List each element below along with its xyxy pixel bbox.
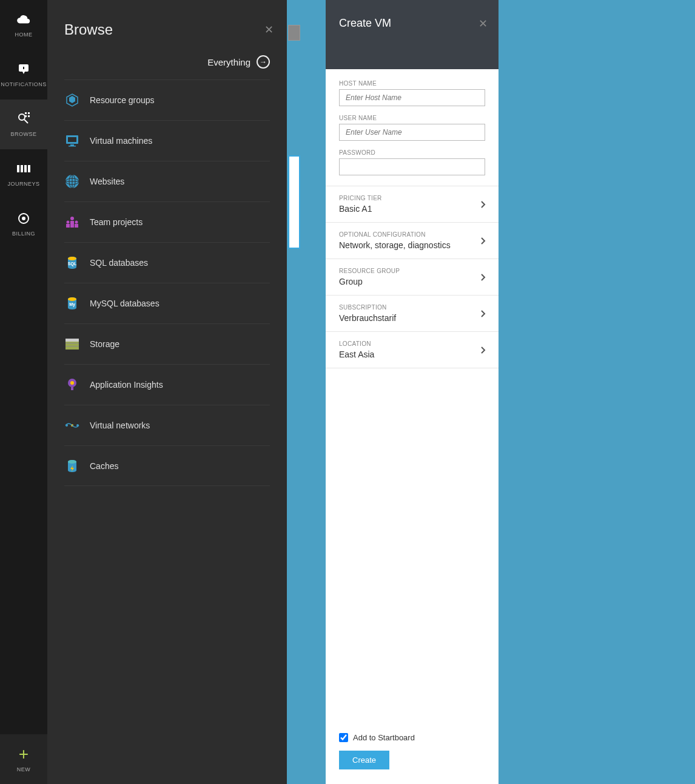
browse-item-label: Application Insights xyxy=(90,380,163,390)
nav-browse-label: BROWSE xyxy=(10,131,36,137)
svg-rect-17 xyxy=(69,146,76,147)
hostname-label: HOST NAME xyxy=(339,80,485,87)
sql-icon: SQL xyxy=(64,255,80,271)
svg-rect-4 xyxy=(25,112,27,114)
browse-item-application-insights[interactable]: Application Insights xyxy=(64,364,270,405)
create-vm-blade: Create VM ✕ HOST NAME USER NAME PASSWORD… xyxy=(326,0,499,784)
svg-point-43 xyxy=(68,460,76,464)
browse-item-label: Storage xyxy=(90,339,119,349)
browse-blade: Browse ✕ Everything → Resource groups Vi… xyxy=(47,0,287,784)
nav-home[interactable]: HOME xyxy=(0,0,47,50)
svg-text:SQL: SQL xyxy=(68,262,77,266)
browse-everything-label: Everything xyxy=(207,57,250,67)
svg-point-23 xyxy=(70,217,74,220)
plus-icon: + xyxy=(19,746,29,763)
optional-config-row[interactable]: OPTIONAL CONFIGURATION Network, storage,… xyxy=(326,223,499,259)
browse-item-label: Websites xyxy=(90,177,124,186)
resource-group-row[interactable]: RESOURCE GROUP Group xyxy=(326,259,499,296)
resource-groups-icon xyxy=(64,92,80,108)
cloud-icon xyxy=(16,12,31,27)
nav-journeys[interactable]: JOURNEYS xyxy=(0,149,47,199)
hostname-input[interactable] xyxy=(339,89,485,106)
svg-rect-9 xyxy=(21,165,23,172)
nav-notifications-label: NOTIFICATIONS xyxy=(1,81,46,87)
svg-rect-1 xyxy=(23,67,24,69)
location-label: LOCATION xyxy=(339,340,485,347)
avatar xyxy=(288,25,300,41)
svg-rect-34 xyxy=(65,339,79,342)
close-icon[interactable]: ✕ xyxy=(264,23,274,36)
journeys-icon xyxy=(16,161,31,176)
left-nav: HOME NOTIFICATIONS BROWSE JOURNEYS BILLI… xyxy=(0,0,47,784)
subscription-label: SUBSCRIPTION xyxy=(339,304,485,311)
dashboard-card-peek xyxy=(288,155,300,249)
password-input[interactable] xyxy=(339,158,485,175)
optional-config-label: OPTIONAL CONFIGURATION xyxy=(339,231,485,238)
billing-icon xyxy=(16,211,31,226)
svg-point-2 xyxy=(19,114,25,120)
browse-item-websites[interactable]: Websites xyxy=(64,161,270,201)
create-vm-body: HOST NAME USER NAME PASSWORD PRICING TIE… xyxy=(326,69,499,722)
password-label: PASSWORD xyxy=(339,149,485,156)
nav-billing[interactable]: BILLING xyxy=(0,199,47,249)
startboard-checkbox[interactable] xyxy=(339,733,348,742)
svg-point-29 xyxy=(68,257,76,260)
vm-icon xyxy=(64,133,80,149)
nav-browse[interactable]: BROWSE xyxy=(0,100,47,149)
websites-icon xyxy=(64,174,80,189)
storage-icon xyxy=(64,336,80,352)
svg-rect-11 xyxy=(28,165,30,172)
resource-group-label: RESOURCE GROUP xyxy=(339,268,485,274)
chevron-right-icon xyxy=(480,346,486,354)
browse-item-sql-databases[interactable]: SQL SQL databases xyxy=(64,242,270,283)
browse-list: Resource groups Virtual machines Website… xyxy=(47,79,287,486)
browse-item-virtual-networks[interactable]: Virtual networks xyxy=(64,405,270,445)
browse-item-label: MySQL databases xyxy=(90,299,159,308)
optional-config-value: Network, storage, diagnostics xyxy=(339,240,485,250)
svg-text:My: My xyxy=(69,302,75,307)
svg-point-39 xyxy=(70,381,74,385)
pricing-tier-value: Basic A1 xyxy=(339,204,485,214)
browse-everything[interactable]: Everything → xyxy=(47,38,287,79)
browse-icon xyxy=(16,112,31,126)
svg-line-3 xyxy=(24,120,28,123)
browse-item-team-projects[interactable]: Team projects xyxy=(64,201,270,242)
subscription-row[interactable]: SUBSCRIPTION Verbrauchstarif xyxy=(326,296,499,332)
create-vm-title: Create VM xyxy=(339,17,485,30)
browse-item-resource-groups[interactable]: Resource groups xyxy=(64,79,270,120)
create-vm-header: Create VM ✕ xyxy=(326,0,499,69)
svg-rect-28 xyxy=(75,224,78,228)
arrow-right-circle-icon: → xyxy=(257,55,270,69)
nav-billing-label: BILLING xyxy=(12,231,35,237)
nav-notifications[interactable]: NOTIFICATIONS xyxy=(0,50,47,100)
browse-item-virtual-machines[interactable]: Virtual machines xyxy=(64,120,270,161)
chevron-right-icon xyxy=(480,309,486,318)
browse-item-storage[interactable]: Storage xyxy=(64,323,270,364)
location-row[interactable]: LOCATION East Asia xyxy=(326,332,499,368)
svg-rect-16 xyxy=(70,144,74,146)
svg-point-24 xyxy=(67,221,70,224)
nav-home-label: HOME xyxy=(15,32,33,38)
svg-rect-35 xyxy=(65,343,79,343)
username-label: USER NAME xyxy=(339,115,485,121)
create-button[interactable]: Create xyxy=(339,751,389,769)
svg-rect-15 xyxy=(68,137,76,142)
browse-item-mysql-databases[interactable]: My MySQL databases xyxy=(64,283,270,323)
chevron-right-icon xyxy=(480,200,486,209)
pricing-tier-label: PRICING TIER xyxy=(339,195,485,201)
pricing-tier-row[interactable]: PRICING TIER Basic A1 xyxy=(326,186,499,223)
svg-rect-5 xyxy=(28,112,30,114)
mysql-icon: My xyxy=(64,296,80,311)
nav-new[interactable]: + NEW xyxy=(0,734,47,784)
insights-icon xyxy=(64,377,80,393)
svg-point-31 xyxy=(68,297,76,301)
browse-item-caches[interactable]: Caches xyxy=(64,445,270,486)
username-input[interactable] xyxy=(339,124,485,141)
browse-item-label: Virtual machines xyxy=(90,136,152,146)
browse-item-label: Team projects xyxy=(90,217,143,227)
close-icon[interactable]: ✕ xyxy=(478,17,488,30)
svg-rect-6 xyxy=(25,115,27,117)
nav-journeys-label: JOURNEYS xyxy=(7,181,39,187)
svg-rect-36 xyxy=(65,346,79,346)
svg-rect-7 xyxy=(28,115,30,117)
